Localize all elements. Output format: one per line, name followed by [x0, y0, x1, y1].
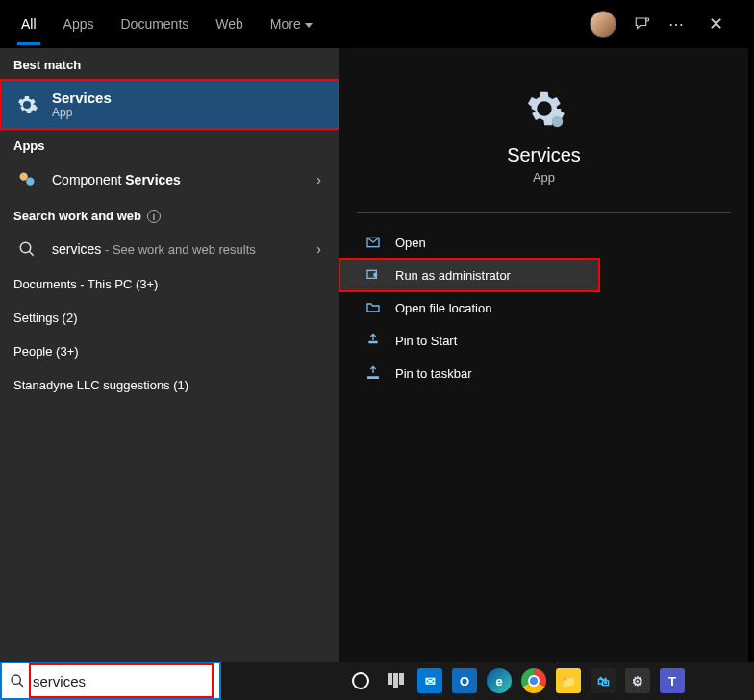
component-services-icon — [13, 170, 40, 189]
info-icon[interactable]: i — [147, 210, 161, 223]
outlook-app-icon[interactable]: O — [450, 666, 479, 695]
gear-icon — [13, 93, 40, 116]
suggestions-row[interactable]: Stanadyne LLC suggestions (1) — [0, 368, 339, 402]
filter-tabs: All Apps Documents Web More — [8, 3, 590, 45]
actions-list: Open Run as administrator Open file loca… — [339, 226, 748, 389]
best-match-row[interactable]: Services App — [0, 80, 339, 129]
svg-point-8 — [12, 675, 20, 684]
action-pin-to-taskbar[interactable]: Pin to taskbar — [339, 357, 748, 389]
svg-point-0 — [646, 18, 649, 21]
store-app-icon[interactable]: 🛍 — [589, 666, 617, 695]
tab-more[interactable]: More — [257, 3, 326, 45]
tab-all[interactable]: All — [8, 3, 50, 45]
results-left-pane: Best match Services App Apps Component S… — [0, 48, 339, 662]
search-input[interactable] — [33, 673, 219, 689]
divider — [357, 212, 731, 212]
settings-row[interactable]: Settings (2) — [0, 301, 339, 335]
search-icon — [10, 673, 25, 688]
svg-line-4 — [29, 251, 34, 256]
feedback-icon[interactable] — [634, 15, 651, 33]
documents-row[interactable]: Documents - This PC (3+) — [0, 267, 339, 301]
action-open[interactable]: Open — [339, 226, 748, 259]
chevron-down-icon — [305, 23, 313, 28]
explorer-app-icon[interactable]: 📁 — [554, 666, 583, 695]
gear-app-icon[interactable]: ⚙ — [623, 666, 652, 695]
best-match-label: Best match — [0, 48, 339, 80]
svg-point-5 — [551, 116, 563, 128]
svg-point-3 — [20, 242, 31, 253]
people-row[interactable]: People (3+) — [0, 335, 339, 368]
mail-app-icon[interactable]: ✉ — [415, 666, 444, 695]
preview-header: Services App — [339, 67, 748, 198]
tab-documents[interactable]: Documents — [107, 3, 202, 45]
action-open-file-location[interactable]: Open file location — [339, 291, 748, 324]
user-avatar[interactable] — [590, 11, 616, 38]
best-match-subtitle: App — [52, 106, 325, 119]
preview-title: Services — [507, 144, 581, 166]
preview-subtitle: App — [533, 170, 555, 185]
chevron-right-icon: › — [313, 241, 325, 257]
action-pin-to-start[interactable]: Pin to Start — [339, 324, 748, 357]
taskbar-search[interactable] — [0, 662, 221, 700]
taskbar-icons: ✉ O e 📁 🛍 ⚙ T — [221, 666, 754, 695]
svg-line-9 — [19, 683, 23, 687]
tab-apps[interactable]: Apps — [50, 3, 108, 45]
results-body: Best match Services App Apps Component S… — [0, 48, 748, 662]
search-web-label: Search work and webi — [0, 199, 339, 231]
apps-label: Apps — [0, 129, 339, 161]
preview-gear-icon — [522, 87, 566, 131]
close-button[interactable]: ✕ — [701, 10, 731, 38]
cortana-icon[interactable] — [346, 666, 375, 695]
search-window: All Apps Documents Web More ⋯ ✕ Best mat… — [0, 0, 748, 662]
teams-app-icon[interactable]: T — [658, 666, 687, 695]
pin-start-icon — [361, 333, 386, 348]
tab-web[interactable]: Web — [202, 3, 257, 45]
taskview-icon[interactable] — [381, 666, 410, 695]
header: All Apps Documents Web More ⋯ ✕ — [0, 0, 748, 48]
best-match-title: Services — [52, 89, 325, 106]
search-icon — [13, 240, 40, 258]
svg-point-2 — [26, 178, 34, 186]
open-icon — [361, 235, 386, 250]
pin-taskbar-icon — [361, 365, 386, 381]
apps-result-row[interactable]: Component Services › — [0, 161, 339, 199]
taskbar: ✉ O e 📁 🛍 ⚙ T — [0, 662, 754, 700]
chevron-right-icon: › — [313, 172, 325, 188]
web-result-row[interactable]: services - See work and web results › — [0, 231, 339, 267]
folder-icon — [361, 300, 386, 315]
edge-app-icon[interactable]: e — [485, 666, 514, 695]
chrome-app-icon[interactable] — [519, 666, 548, 695]
svg-point-1 — [20, 173, 28, 181]
admin-icon — [361, 267, 386, 283]
header-actions: ⋯ ✕ — [590, 10, 741, 38]
preview-pane: Services App Open Run as administrator O… — [339, 48, 748, 662]
more-options-icon[interactable]: ⋯ — [668, 15, 684, 34]
action-run-as-admin[interactable]: Run as administrator — [339, 259, 599, 291]
